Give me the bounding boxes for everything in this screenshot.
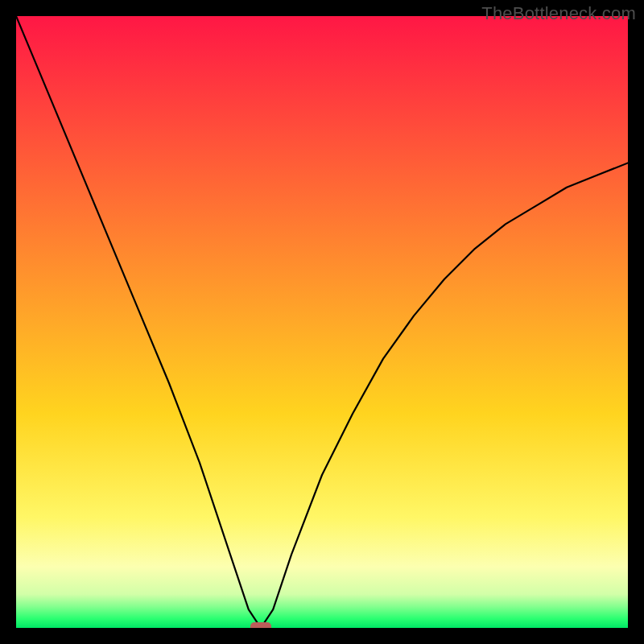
- chart-svg: [16, 16, 628, 628]
- optimal-point-marker: [250, 622, 271, 628]
- chart-frame: TheBottleneck.com: [0, 0, 644, 644]
- gradient-background: [16, 16, 628, 628]
- watermark-text: TheBottleneck.com: [481, 3, 636, 24]
- plot-area: [16, 16, 628, 628]
